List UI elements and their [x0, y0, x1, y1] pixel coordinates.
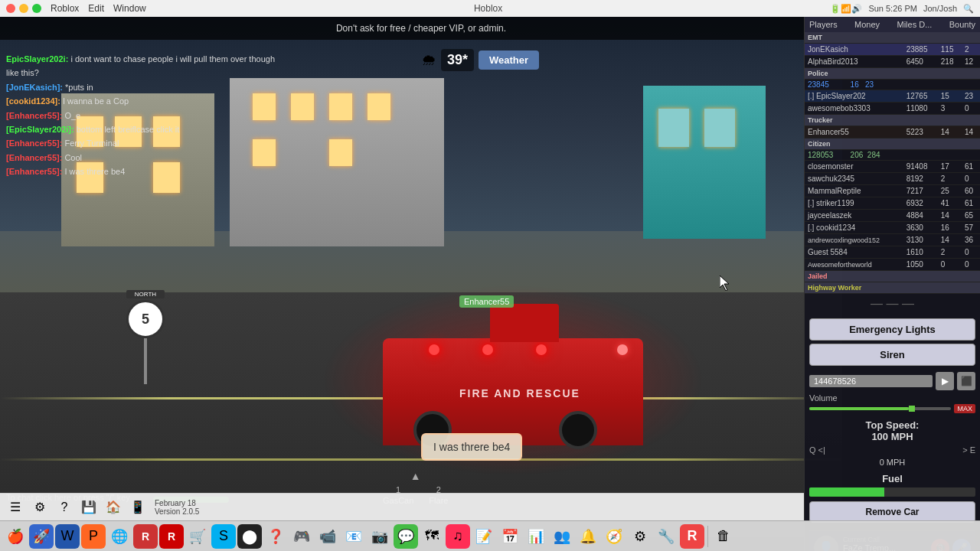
player-name: closemonster: [805, 161, 903, 173]
toolbar-save-icon[interactable]: 💾: [78, 497, 100, 518]
remove-car-button[interactable]: Remove Car: [809, 501, 975, 523]
dock-question[interactable]: ❓: [263, 524, 288, 549]
player-bounty: 60: [962, 185, 980, 197]
dock-steam[interactable]: 🎮: [289, 524, 314, 549]
chat-sender: EpicSlayer202i:: [6, 54, 68, 64]
table-row: JonEKasich 23885 115 2: [805, 44, 980, 56]
title-bar: Roblox Edit Window Hoblox 🔋📶🔊 Sun 5:26 P…: [0, 0, 980, 17]
toolbar-help-icon[interactable]: ?: [54, 497, 75, 518]
dock-notes[interactable]: 📝: [472, 524, 496, 549]
chat-line: [JonEKasich]: *puts in: [6, 82, 277, 93]
player-name: jayceelaszek: [805, 210, 903, 222]
chat-line: [Enhancer55]: Ferry Turminal: [6, 138, 277, 149]
light-dot: [429, 344, 439, 355]
weather-widget: 🌧 39* Weather: [421, 49, 539, 71]
audio-play-button[interactable]: ▶: [936, 372, 954, 390]
table-row: sawchuk2345 8192 2 0: [805, 173, 980, 185]
dock-sysprefs[interactable]: ⚙: [628, 524, 652, 549]
section-row: Jailed: [805, 271, 980, 282]
dock-pages[interactable]: P: [81, 524, 106, 549]
menu-roblox[interactable]: Roblox: [51, 3, 79, 14]
dock-chrome[interactable]: 🌐: [107, 524, 132, 549]
toolbar-menu-icon[interactable]: ☰: [5, 497, 26, 518]
player-miles: 2: [938, 173, 962, 185]
player-bounty: 61: [962, 197, 980, 210]
audio-row: 144678526 ▶ ⬛: [809, 372, 975, 390]
table-row: Awesomefortheworld 1050 0 0: [805, 259, 980, 271]
dock-itunes[interactable]: ♫: [446, 524, 470, 549]
window-controls: [6, 4, 41, 13]
dock-mail[interactable]: 📧: [341, 524, 366, 549]
dock-maps[interactable]: 🗺: [420, 524, 444, 549]
volume-slider[interactable]: [809, 407, 951, 410]
system-icons: 🔋📶🔊: [830, 4, 862, 14]
title-bar-right: 🔋📶🔊 Sun 5:26 PM Jon/Josh 🔍: [830, 4, 974, 14]
chat-message: I wanna be a Cop: [63, 96, 129, 106]
menu-window[interactable]: Window: [113, 3, 146, 14]
player-money: 5223: [903, 126, 938, 139]
close-button[interactable]: [6, 4, 15, 13]
weather-button[interactable]: Weather: [479, 51, 539, 70]
building-window: [329, 93, 352, 120]
admin-notice: Don't ask for free / cheaper VIP, or adm…: [336, 23, 506, 34]
player-money: 8192: [903, 173, 938, 185]
citizen-count: 128053 206 284: [805, 150, 980, 161]
scroll-up-arrow[interactable]: ▲: [410, 470, 421, 482]
dock-word[interactable]: W: [55, 524, 80, 549]
menu-edit[interactable]: Edit: [88, 3, 104, 14]
maximize-button[interactable]: [32, 4, 41, 13]
toolbar-extra-icon[interactable]: 📱: [127, 497, 149, 518]
chat-message: I was threre be4: [64, 167, 125, 176]
dock-finance[interactable]: 📊: [524, 524, 548, 549]
player-bounty: 2: [962, 44, 980, 56]
chat-sender: [Enhancer55]:: [6, 167, 62, 176]
light-dot-back: [617, 344, 628, 355]
toolbar-settings-icon[interactable]: ⚙: [29, 497, 51, 518]
player-money: 11080: [903, 103, 938, 115]
dock-roblox3[interactable]: R: [680, 524, 704, 549]
truck-cab: [490, 304, 559, 342]
building-window: [658, 109, 689, 147]
dock-roblox2[interactable]: R: [159, 524, 184, 549]
dock-extras[interactable]: 🔧: [654, 524, 678, 549]
game-top-bar: Don't ask for free / cheaper VIP, or adm…: [0, 17, 842, 40]
chat-message: i dont want to chase people i will pull …: [70, 54, 275, 64]
siren-button[interactable]: Siren: [809, 344, 975, 366]
dock-roblox[interactable]: R: [133, 524, 158, 549]
dock-calendar[interactable]: 📅: [498, 524, 522, 549]
light-dot: [482, 344, 493, 355]
dock-trash[interactable]: 🗑: [711, 524, 736, 549]
dock-safari[interactable]: 🧭: [602, 524, 626, 549]
volume-fill: [809, 407, 909, 410]
truck-label: FIRE AND RESCUE: [459, 387, 580, 399]
window-title: Hoblox: [155, 3, 822, 14]
dock-facetime[interactable]: 📹: [315, 524, 340, 549]
emergency-lights-button[interactable]: Emergency Lights: [809, 318, 975, 341]
dock-contacts[interactable]: 👥: [550, 524, 574, 549]
sign-number: 5: [126, 300, 165, 338]
dock-skype[interactable]: S: [211, 524, 236, 549]
dock-imessage[interactable]: 💬: [394, 524, 418, 549]
chat-line: like this?: [6, 67, 277, 79]
player-bounty: 12: [962, 56, 980, 68]
dock-reminders[interactable]: 🔔: [576, 524, 600, 549]
player-name: [.] EpicSlayer202: [805, 90, 903, 103]
minimize-button[interactable]: [19, 4, 28, 13]
chat-line: [Enhancer55]: I was threre be4: [6, 166, 277, 178]
table-row: andrewcoxlingwood152 3130 14 36: [805, 234, 980, 246]
chat-panel: EpicSlayer202i: i dont want to chase peo…: [0, 47, 283, 187]
dock-finder[interactable]: 🍎: [3, 524, 28, 549]
player-name-tag: Enhancer55: [459, 295, 514, 308]
dock-obs[interactable]: ⬤: [237, 524, 262, 549]
col-miles: Miles D...: [897, 20, 933, 29]
toolbar-home-icon[interactable]: 🏠: [103, 497, 124, 518]
audio-stop-button[interactable]: ⬛: [957, 372, 975, 390]
building-window: [704, 109, 735, 147]
player-miles: 14: [938, 126, 962, 139]
dock-appstore[interactable]: 🛒: [185, 524, 210, 549]
search-icon[interactable]: 🔍: [963, 4, 974, 14]
player-name: awesomebob3303: [805, 103, 903, 115]
dock-photos[interactable]: 📷: [368, 524, 392, 549]
audio-id-field[interactable]: 144678526: [809, 375, 933, 387]
dock-launchpad[interactable]: 🚀: [29, 524, 54, 549]
